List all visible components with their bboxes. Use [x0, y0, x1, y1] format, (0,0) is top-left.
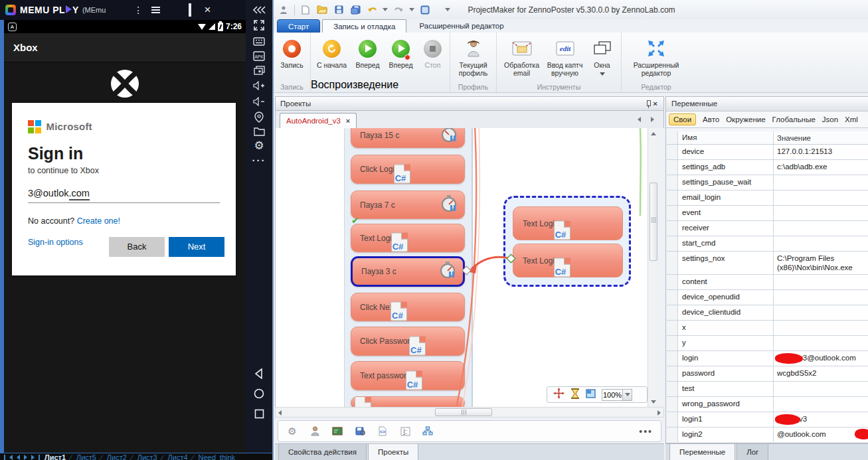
- action-block[interactable]: Click Login C#: [351, 155, 465, 184]
- save-link-icon[interactable]: [354, 425, 366, 437]
- flowchart-canvas[interactable]: Пауза 15 с Click Login C# Пауза 7 с Text…: [275, 128, 657, 407]
- multi-window-icon[interactable]: [252, 64, 266, 77]
- close-tab-icon[interactable]: ×: [346, 117, 350, 125]
- email-processing-button[interactable]: Обработка email: [501, 36, 543, 77]
- variable-row[interactable]: settings_pause_wait: [667, 175, 868, 191]
- horizontal-scrollbar[interactable]: [275, 407, 664, 418]
- windows-dropdown-icon[interactable]: [600, 72, 605, 76]
- close-panel-icon[interactable]: ×: [653, 97, 657, 111]
- sheet-tab[interactable]: Лист3: [137, 453, 157, 460]
- variable-row[interactable]: test: [667, 382, 868, 397]
- scroll-tabs-left-icon[interactable]: [638, 117, 641, 122]
- scrollbar-thumb[interactable]: [650, 183, 657, 261]
- shared-folder-icon[interactable]: [252, 125, 266, 138]
- toolbar-more-icon[interactable]: •••: [639, 426, 653, 437]
- redacted-value[interactable]: @outlook.com: [774, 427, 868, 442]
- variable-row[interactable]: device_clientudid: [667, 305, 868, 321]
- variable-row[interactable]: x: [667, 321, 868, 336]
- numbered-list-icon[interactable]: 1–2–: [399, 425, 411, 437]
- redacted-value[interactable]: v3@outlook.com: [774, 351, 868, 366]
- variable-row[interactable]: content: [667, 275, 868, 290]
- sheet-tab[interactable]: Лист5: [76, 453, 96, 460]
- zoom-level-select[interactable]: 100%: [602, 389, 632, 401]
- action-block[interactable]: Text Login C#: [351, 224, 465, 252]
- minimap-icon[interactable]: [586, 389, 596, 401]
- email-value[interactable]: 3@outlok.com: [28, 188, 90, 198]
- vertical-scrollbar[interactable]: [648, 128, 657, 407]
- variable-row[interactable]: start_cmd: [667, 236, 868, 252]
- column-name[interactable]: Имя: [678, 131, 774, 144]
- sheet-tab[interactable]: Лист2: [107, 453, 127, 460]
- hourglass-icon[interactable]: [570, 388, 580, 402]
- variable-row[interactable]: receiver: [667, 221, 868, 236]
- sheet-tab[interactable]: Need_think: [198, 453, 235, 460]
- action-block-partial[interactable]: [351, 396, 465, 407]
- volume-down-icon[interactable]: [252, 95, 266, 108]
- scrollbar-thumb[interactable]: [435, 408, 492, 416]
- advanced-editor-button[interactable]: Расширенный редактор: [624, 36, 688, 77]
- variable-row[interactable]: passwordwcgbdS5x2: [667, 366, 868, 382]
- variable-row[interactable]: event: [667, 206, 868, 221]
- redacted-value[interactable]: v3: [774, 412, 868, 427]
- android-back-icon[interactable]: [252, 367, 266, 380]
- fullscreen-icon[interactable]: [252, 19, 266, 32]
- play-button[interactable]: Вперед: [351, 36, 385, 69]
- project-settings-gear-icon[interactable]: ⚙: [286, 425, 298, 437]
- tab-advanced-editor[interactable]: Расширенный редактор: [408, 19, 514, 33]
- apk-install-icon[interactable]: APK: [252, 49, 266, 62]
- manual-captcha-button[interactable]: edit Ввод каптч вручную: [543, 36, 587, 77]
- variable-row[interactable]: settings_noxC:\Program Files (x86)\Nox\b…: [667, 252, 868, 275]
- group-box[interactable]: Text Login C# Text Login C#: [503, 196, 631, 287]
- action-block[interactable]: Пауза 7 с: [351, 191, 465, 219]
- collapse-sidebar-icon[interactable]: [252, 3, 266, 17]
- action-block[interactable]: Пауза 15 с: [351, 128, 465, 148]
- variable-row[interactable]: device127.0.0.1:21513: [667, 145, 868, 160]
- vars-tab-global[interactable]: Глобальные: [772, 115, 816, 123]
- group-action-block[interactable]: Text Login C#: [513, 244, 623, 277]
- pan-icon[interactable]: [553, 388, 564, 402]
- sheet-tab[interactable]: Лист4: [168, 453, 188, 460]
- variable-row[interactable]: wrong_password: [667, 397, 868, 412]
- android-recents-icon[interactable]: [252, 407, 266, 420]
- vars-tab-own[interactable]: Свои: [669, 114, 696, 125]
- action-block[interactable]: Text password C#: [351, 361, 465, 390]
- current-profile-button[interactable]: Текущий профиль: [452, 36, 495, 77]
- tab-log[interactable]: Лог: [737, 444, 768, 460]
- location-icon[interactable]: [252, 110, 266, 123]
- back-button[interactable]: Back: [109, 237, 165, 257]
- create-one-link[interactable]: Create one!: [77, 216, 120, 226]
- board-icon[interactable]: [331, 425, 343, 437]
- action-block[interactable]: Click Password C#: [351, 327, 465, 356]
- windows-button[interactable]: Окна: [587, 36, 618, 77]
- scroll-down-icon[interactable]: [648, 396, 657, 407]
- more-icon[interactable]: ···: [252, 153, 266, 167]
- settings-gear-icon[interactable]: ⚙: [252, 139, 266, 152]
- project-doc-tab[interactable]: AutoAndroid_v3 ×: [280, 113, 357, 128]
- org-chart-icon[interactable]: [422, 425, 434, 437]
- variable-row[interactable]: device_openudid: [667, 290, 868, 305]
- vars-tab-xml[interactable]: Xml: [845, 115, 858, 123]
- email-field[interactable]: 3@outlok.com: [28, 187, 220, 203]
- hamburger-menu-icon[interactable]: [147, 5, 164, 15]
- variable-row[interactable]: login1 v3: [667, 412, 868, 427]
- volume-up-icon[interactable]: [252, 79, 266, 92]
- vars-tab-environment[interactable]: Окружение: [726, 115, 765, 123]
- close-button[interactable]: ×: [199, 3, 216, 17]
- profile-small-icon[interactable]: [309, 425, 321, 437]
- maximize-button[interactable]: [181, 5, 199, 15]
- variable-row[interactable]: email_login: [667, 191, 868, 206]
- scroll-right-icon[interactable]: [657, 410, 661, 416]
- column-value[interactable]: Значение: [774, 131, 868, 144]
- tab-action-properties[interactable]: Свойства действия: [278, 444, 367, 460]
- scroll-tabs-right-icon[interactable]: [651, 117, 654, 122]
- tab-projects[interactable]: Проекты: [368, 444, 418, 460]
- tab-start[interactable]: Старт: [277, 19, 320, 33]
- group-action-block[interactable]: Text Login C#: [513, 206, 623, 240]
- record-button[interactable]: Запись: [274, 36, 310, 69]
- action-block[interactable]: Click Next C#: [351, 293, 465, 321]
- keyboard-icon[interactable]: [252, 35, 266, 48]
- stop-button[interactable]: Стоп: [418, 36, 448, 69]
- step-forward-button[interactable]: Вперед: [385, 36, 418, 69]
- variable-row[interactable]: settings_adbc:\adb\adb.exe: [667, 160, 868, 175]
- android-home-icon[interactable]: [252, 387, 266, 400]
